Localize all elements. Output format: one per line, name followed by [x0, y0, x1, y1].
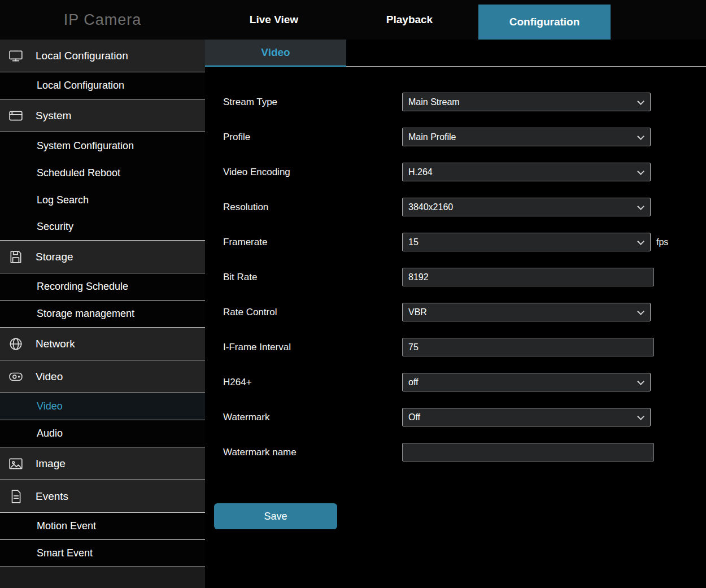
sidebar-item-storage[interactable]: Storage [0, 241, 205, 273]
sidebar: Local Configuration Local Configuration … [0, 40, 205, 588]
sidebar-filler [0, 567, 205, 588]
watermark-label: Watermark [223, 412, 402, 423]
resolution-select[interactable]: 3840x2160 [402, 198, 651, 216]
video-encoding-select[interactable]: H.264 [402, 163, 651, 181]
sidebar-item-label: Image [36, 458, 66, 470]
app-logo: IP Camera [0, 0, 205, 40]
watermark-name-label: Watermark name [223, 447, 402, 458]
bit-rate-input[interactable] [402, 268, 654, 286]
form-row: Rate Control VBR [223, 303, 706, 321]
form-row: Bit Rate [223, 268, 706, 286]
sidebar-item-label: Events [36, 490, 68, 503]
h264plus-select[interactable]: off [402, 373, 651, 391]
sidebar-item-label: Video [36, 371, 63, 383]
framerate-select[interactable]: 15 [402, 233, 651, 251]
sidebar-item-label: Motion Event [37, 520, 96, 532]
sidebar-item-events[interactable]: Events [0, 480, 205, 513]
sidebar-item-log-search[interactable]: Log Search [0, 186, 205, 214]
select-value: H.264 [408, 167, 433, 177]
sidebar-item-local-configuration[interactable]: Local Configuration [0, 40, 205, 72]
watermark-select[interactable]: Off [402, 408, 651, 426]
select-value: Main Stream [408, 97, 460, 107]
sidebar-item-label: Scheduled Reboot [37, 167, 120, 179]
iframe-interval-label: I-Frame Interval [223, 342, 402, 353]
sidebar-item-label: Smart Event [37, 547, 93, 559]
select-value: Main Profile [408, 132, 456, 142]
system-icon [7, 108, 24, 123]
sidebar-item-label: Security [37, 221, 73, 233]
stream-type-select[interactable]: Main Stream [402, 93, 651, 111]
network-icon [7, 337, 24, 351]
sidebar-item-label: Local Configuration [37, 80, 124, 92]
top-bar: IP Camera Live View Playback Configurati… [0, 0, 706, 40]
sidebar-item-label: System [36, 110, 71, 122]
sidebar-item-label: Storage management [37, 308, 134, 320]
resolution-label: Resolution [223, 202, 402, 213]
sidebar-item-motion-event[interactable]: Motion Event [0, 513, 205, 540]
sidebar-item-local-configuration-sub[interactable]: Local Configuration [0, 72, 205, 99]
monitor-icon [7, 49, 24, 63]
form-row: Framerate 15 fps [223, 233, 706, 251]
tab-configuration[interactable]: Configuration [478, 5, 611, 40]
content-tab-row: Video [205, 40, 706, 67]
h264plus-label: H264+ [223, 377, 402, 388]
sidebar-item-label: Network [36, 338, 75, 350]
form-row: H264+ off [223, 373, 706, 391]
sidebar-item-image[interactable]: Image [0, 447, 205, 480]
sidebar-item-system-configuration[interactable]: System Configuration [0, 132, 205, 159]
select-value: Off [408, 412, 420, 423]
sidebar-item-smart-event[interactable]: Smart Event [0, 540, 205, 567]
chevron-down-icon [637, 133, 644, 140]
video-encoding-label: Video Encoding [223, 167, 402, 178]
chevron-down-icon [637, 308, 644, 315]
framerate-label: Framerate [223, 237, 402, 248]
profile-label: Profile [223, 132, 402, 143]
chevron-down-icon [637, 98, 644, 105]
sidebar-item-system[interactable]: System [0, 99, 205, 132]
select-value: off [408, 377, 419, 387]
rate-control-label: Rate Control [223, 307, 402, 318]
tab-playback[interactable]: Playback [364, 0, 455, 40]
watermark-name-input[interactable] [402, 443, 654, 461]
sidebar-item-audio[interactable]: Audio [0, 420, 205, 447]
save-button-container: Save [214, 503, 706, 529]
sidebar-item-scheduled-reboot[interactable]: Scheduled Reboot [0, 159, 205, 186]
form-row: Watermark name [223, 443, 706, 461]
video-icon [7, 369, 24, 384]
form-row: Video Encoding H.264 [223, 163, 706, 181]
framerate-unit: fps [656, 237, 668, 247]
chevron-down-icon [637, 168, 644, 175]
form-row: I-Frame Interval [223, 338, 706, 356]
rate-control-select[interactable]: VBR [402, 303, 651, 321]
tab-video[interactable]: Video [205, 40, 346, 67]
save-button[interactable]: Save [214, 503, 337, 529]
sidebar-item-label: Audio [37, 428, 63, 439]
profile-select[interactable]: Main Profile [402, 128, 651, 146]
bit-rate-label: Bit Rate [223, 272, 402, 283]
sidebar-item-network[interactable]: Network [0, 328, 205, 360]
sidebar-item-video[interactable]: Video [0, 360, 205, 393]
sidebar-item-recording-schedule[interactable]: Recording Schedule [0, 273, 205, 300]
video-settings-form: Stream Type Main Stream Profile Main Pro… [205, 67, 706, 461]
events-icon [7, 489, 24, 504]
sidebar-item-label: Storage [36, 251, 73, 263]
storage-icon [7, 250, 24, 264]
chevron-down-icon [637, 238, 644, 245]
tab-live-view[interactable]: Live View [226, 0, 322, 40]
sidebar-item-storage-management[interactable]: Storage management [0, 300, 205, 328]
sidebar-item-label: Local Configuration [36, 50, 128, 62]
select-value: 3840x2160 [408, 202, 453, 212]
main-content: Video Stream Type Main Stream Profile Ma… [205, 40, 706, 588]
iframe-interval-input[interactable] [402, 338, 654, 356]
form-row: Stream Type Main Stream [223, 93, 706, 111]
sidebar-item-label: Recording Schedule [37, 281, 128, 293]
select-value: 15 [408, 237, 419, 247]
sidebar-item-video-sub[interactable]: Video [0, 393, 205, 420]
chevron-down-icon [637, 203, 644, 210]
stream-type-label: Stream Type [223, 97, 402, 108]
form-row: Watermark Off [223, 408, 706, 426]
sidebar-item-security[interactable]: Security [0, 214, 205, 241]
form-row: Resolution 3840x2160 [223, 198, 706, 216]
sidebar-item-label: Log Search [37, 194, 89, 206]
sidebar-item-label: Video [37, 400, 63, 412]
